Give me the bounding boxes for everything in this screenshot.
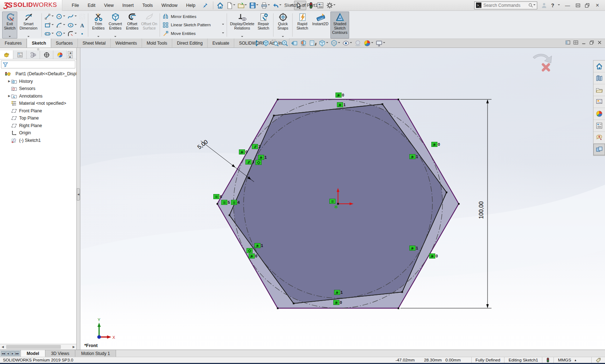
exit-sketch-button[interactable]: Exit Sketch <box>2 12 17 39</box>
slot-tool-button[interactable] <box>44 30 54 38</box>
next-tab-icon[interactable]: ▶ <box>10 351 15 356</box>
tree-item-annotations[interactable]: ▶AAnnotations <box>0 93 76 100</box>
save-button[interactable] <box>248 1 259 10</box>
relation-badge-pat[interactable]: 0 <box>239 149 248 154</box>
menu-tools[interactable]: Tools <box>138 1 157 10</box>
polygon-tool-button[interactable] <box>55 30 66 38</box>
dropdown-caret-icon[interactable] <box>326 42 328 44</box>
scrollbar-thumb[interactable] <box>6 345 61 349</box>
view-settings-button[interactable] <box>375 39 386 47</box>
dropdown-caret-icon[interactable] <box>338 42 340 44</box>
rect-tool-button[interactable] <box>44 21 54 29</box>
tree-item-sensors[interactable]: Sensors <box>0 85 76 93</box>
panel-tab-featuremanager[interactable] <box>0 50 13 59</box>
text-tool-button[interactable]: A <box>78 21 86 29</box>
dropdown-caret-icon[interactable] <box>241 36 243 38</box>
tree-item-top-plane[interactable]: Top Plane <box>0 114 76 122</box>
fillet-tool-button[interactable] <box>67 30 77 38</box>
circle-tool-button[interactable] <box>55 12 66 21</box>
offset-entities-button[interactable]: Offset Entities <box>124 12 141 39</box>
pin-icon[interactable] <box>203 3 208 8</box>
dropdown-caret-icon[interactable] <box>256 4 258 6</box>
dropdown-caret-icon[interactable] <box>303 4 305 6</box>
bottom-tab-model[interactable]: Model <box>21 350 45 357</box>
scroll-left-icon[interactable]: ◀ <box>0 345 5 350</box>
relation-badge-eq[interactable]: 4 <box>231 200 240 205</box>
mirror-entities-button[interactable]: Mirror Entities <box>163 12 224 21</box>
tab-surfaces[interactable]: Surfaces <box>51 39 78 48</box>
dropdown-caret-icon[interactable] <box>279 4 281 6</box>
options-list-button[interactable] <box>316 1 325 10</box>
tag-icon[interactable] <box>591 357 605 363</box>
panel-tab-propertymanager[interactable] <box>13 50 27 59</box>
redo-button[interactable] <box>283 1 294 10</box>
instant2d-button[interactable]: Instant2D <box>310 12 330 39</box>
smart-dimension-button[interactable]: Smart Dimension <box>17 12 40 39</box>
relation-badge-pat[interactable]: 0 <box>431 142 440 147</box>
cascade-window-icon[interactable] <box>584 3 590 8</box>
taskpane-file-explorer[interactable] <box>593 84 605 96</box>
relation-badge-pat[interactable]: 0 <box>333 300 342 305</box>
tab-weldments[interactable]: Weldments <box>111 39 142 48</box>
editing-mode-text[interactable]: Editing Sketch1 <box>504 357 542 363</box>
first-tab-icon[interactable]: ◀◀ <box>1 351 5 356</box>
last-tab-icon[interactable]: ▶▶ <box>15 351 19 356</box>
bottom-tab-motion-study-1[interactable]: Motion Study 1 <box>75 350 116 357</box>
dropdown-caret-icon[interactable] <box>233 4 235 6</box>
view-orientation-button[interactable] <box>318 39 329 47</box>
win-min-icon[interactable] <box>581 40 586 45</box>
point-tool-button[interactable] <box>78 30 86 38</box>
annotation-view-button[interactable]: A <box>308 39 317 47</box>
dropdown-caret-icon[interactable] <box>282 36 284 38</box>
tab-sketch[interactable]: Sketch <box>27 39 51 48</box>
dropdown-caret-icon[interactable] <box>350 42 352 44</box>
shadow-sphere-button[interactable] <box>353 39 362 47</box>
trim-entities-button[interactable]: Trim Entities <box>90 12 107 39</box>
dropdown-caret-icon[interactable] <box>222 24 224 26</box>
search-icon[interactable] <box>528 3 533 8</box>
panel-collapse-tab[interactable]: ◀ <box>77 188 80 201</box>
menu-help[interactable]: Help <box>182 1 200 10</box>
taskpane-task-home[interactable] <box>593 60 605 72</box>
rebuild-traffic-button[interactable] <box>306 1 316 10</box>
help-caret[interactable] <box>558 4 560 6</box>
menu-edit[interactable]: Edit <box>83 1 100 10</box>
dropdown-caret-icon[interactable] <box>9 36 11 38</box>
relation-badge-pat[interactable]: 0 <box>335 93 344 98</box>
tree-item-origin[interactable]: Origin <box>0 129 76 137</box>
dropdown-caret-icon[interactable] <box>63 24 65 26</box>
dropdown-caret-icon[interactable] <box>245 4 247 6</box>
panel-tab-displaymanager[interactable] <box>53 50 67 59</box>
taskpane-library[interactable] <box>593 72 605 84</box>
tree-root-item[interactable]: Part1 (Default<<Default>_Display Sta <box>0 70 76 78</box>
expand-arrow-icon[interactable]: ▶ <box>7 94 11 98</box>
gear-button[interactable] <box>325 1 337 10</box>
relation-badge-pat[interactable]: 1 <box>409 246 418 251</box>
relation-badge-pat[interactable]: 1 <box>334 290 343 295</box>
quick-snaps-button[interactable]: Quick Snaps <box>275 12 290 39</box>
panel-horizontal-scrollbar[interactable]: ◀ ▶ <box>0 344 76 350</box>
units-selector[interactable]: MMGS▲ <box>553 357 591 363</box>
relation-badge-pat[interactable]: 1 <box>409 154 418 159</box>
shaded-sketch-contours-button[interactable]: Shaded Sketch Contours <box>330 12 349 39</box>
tab-evaluate[interactable]: Evaluate <box>208 39 234 48</box>
tree-item-front-plane[interactable]: Front Plane <box>0 107 76 115</box>
dropdown-caret-icon[interactable] <box>52 24 54 26</box>
view-normal-button[interactable] <box>252 39 261 47</box>
dropdown-caret-icon[interactable] <box>383 42 385 44</box>
taskpane-custom-props[interactable] <box>593 120 605 132</box>
tree-item-history[interactable]: ▶History <box>0 78 76 85</box>
dropdown-caret-icon[interactable] <box>75 15 77 18</box>
tab-mold-tools[interactable]: Mold Tools <box>142 39 172 48</box>
print-button[interactable] <box>259 1 271 10</box>
menu-window[interactable]: Window <box>157 1 182 10</box>
bottom-tab-3d-views[interactable]: 3D Views <box>45 350 75 357</box>
tab-direct-editing[interactable]: Direct Editing <box>172 39 208 48</box>
spline-tool-button[interactable] <box>67 12 77 21</box>
relation-badge-pat[interactable]: 1 <box>337 102 346 107</box>
taskpane-appearance-sphere[interactable] <box>593 108 605 120</box>
dropdown-caret-icon[interactable] <box>222 32 224 35</box>
relation-badge-pat[interactable]: 1 <box>258 155 267 160</box>
relation-badge-eq[interactable]: 5 <box>221 200 230 205</box>
relation-badge-star[interactable] <box>334 205 338 209</box>
